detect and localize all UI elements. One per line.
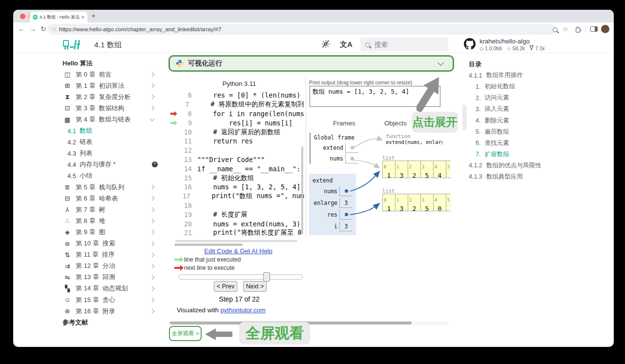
sidebar-chapter-第1章[interactable]: ⊞第 1 章初识算法 — [62, 80, 158, 91]
toc-item-1-[interactable]: 1.初始化数组 — [469, 81, 581, 92]
fullscreen-button[interactable]: 全屏观看 > — [169, 326, 202, 341]
content-scrollbar-thumb[interactable] — [462, 105, 467, 130]
pane-divider — [306, 75, 306, 237]
zoom-icon[interactable] — [553, 26, 558, 34]
sidebar-chapter-第12章[interactable]: ⇉第 12 章分治 — [62, 261, 158, 272]
toc-item-7-[interactable]: 7.扩容数组 — [469, 149, 581, 160]
profile-avatar[interactable] — [601, 25, 609, 33]
code-horizontal-scrollbar-thumb[interactable] — [174, 243, 243, 246]
prev-button[interactable]: < Prev — [214, 281, 237, 292]
code-line: 20 nums = extend(nums, 3) — [170, 219, 304, 228]
address-bar[interactable]: ∷ https://www.hello-algo.com/chapter_arr… — [47, 24, 555, 35]
toolbar-separator — [585, 25, 586, 33]
sidebar-item-4-5[interactable]: 4.5小结 — [62, 170, 158, 182]
sidebar-item-4-1[interactable]: 4.1数组 — [62, 125, 158, 137]
chevron-down-icon[interactable] — [438, 60, 444, 66]
pythontutor-link[interactable]: pythontutor.com — [220, 306, 266, 314]
cell-value: 3 — [396, 203, 408, 211]
language-icon[interactable]: 文A — [340, 40, 353, 49]
toc-item-3-[interactable]: 3.插入元素 — [469, 103, 581, 115]
sidebar-chapter-第5章[interactable]: ≣第 5 章栈与队列 — [62, 182, 158, 193]
sidebar-chapter-第2章[interactable]: ⧗第 2 章复杂度分析 — [62, 91, 158, 102]
toc-item-4-[interactable]: 4.删除元素 — [469, 115, 581, 126]
sidebar-item-4-4[interactable]: 4.4内存与缓存 ** — [62, 159, 158, 170]
window-close-button[interactable] — [20, 14, 25, 19]
edit-code-link[interactable]: Edit Code & Get AI Help — [204, 247, 272, 255]
toc-item-5-[interactable]: 5.遍历数组 — [469, 126, 581, 138]
sidebar-chapter-第10章[interactable]: ⊚第 10 章搜索 — [62, 238, 158, 249]
frame-var-enlarge: enlarge3 — [312, 197, 353, 209]
array-cell: 13 — [395, 194, 408, 211]
bookmark-star-icon[interactable]: ☆ — [562, 25, 568, 33]
site-info-icon[interactable]: ∷ — [52, 26, 55, 33]
array-cell: 22 — [408, 194, 421, 211]
step-slider-thumb[interactable] — [263, 272, 270, 282]
sidebar-chapter-第13章[interactable]: ⇋第 13 章回溯 — [62, 272, 158, 283]
code-vertical-scrollbar[interactable] — [301, 146, 303, 234]
next-button[interactable]: Next > — [243, 281, 267, 292]
toc-item-4-1-1[interactable]: 4.1.1数组常用操作 — [469, 70, 581, 81]
repo-name[interactable]: krahets/hello-algo — [479, 38, 530, 45]
code-line: 11 return res — [170, 137, 304, 146]
toc-item-6-[interactable]: 6.查找元素 — [469, 138, 581, 149]
cell-value: 1 — [383, 170, 395, 178]
browser-tab[interactable]: 4.1 数组 - Hello 算法 × — [30, 12, 87, 22]
tab-favicon — [33, 15, 38, 20]
global-frame: Global frame extendnums — [310, 133, 358, 164]
step-slider-track[interactable] — [178, 274, 303, 280]
global-frame-label: Global frame — [314, 133, 358, 142]
array-cell: 35 — [420, 161, 434, 178]
sidebar-chapter-第0章[interactable]: ◫第 0 章前言 — [62, 69, 158, 80]
sidebar-chapter-第14章[interactable]: ▚第 14 章动态规划 — [62, 283, 158, 294]
sidebar-item-4-3[interactable]: 4.3列表 — [62, 148, 158, 159]
browser-menu-icon[interactable]: ⋮ — [612, 25, 614, 33]
function-signature: extend(nums, enlarg — [386, 139, 442, 145]
list1-type-label: list — [382, 155, 395, 161]
repo-forks: 7.1k — [535, 45, 545, 51]
visual-run-panel-header[interactable]: 可视化运行 — [168, 55, 454, 72]
code-line: 6 res = [0] * (len(nums) — [170, 91, 304, 100]
list2-type-label: list — [382, 188, 395, 194]
side-panel-icon[interactable] — [590, 26, 598, 32]
code-text: # 初始化数组 — [197, 174, 254, 182]
sidebar-chapter-第3章[interactable]: ⊡第 3 章数据结构 — [62, 102, 158, 114]
sidebar-chapter-第6章[interactable]: ⊟第 6 章哈希表 — [62, 193, 158, 204]
cell-index: 3 — [421, 164, 424, 169]
reload-icon[interactable]: ↻ — [41, 25, 46, 33]
toc-item-4-1-2[interactable]: 4.1.2数组的优点与局限性 — [469, 160, 581, 171]
toc-item-2-[interactable]: 2.访问元素 — [469, 92, 581, 103]
back-icon[interactable]: ← — [18, 25, 25, 33]
sidebar-item-4-2[interactable]: 4.2链表 — [62, 137, 158, 148]
sidebar-references[interactable]: 参考文献 — [62, 317, 158, 328]
search-input[interactable]: 搜索 — [360, 38, 448, 52]
tab-close-icon[interactable]: × — [82, 14, 84, 20]
cell-index: 4 — [434, 197, 437, 202]
line-number: 19 — [180, 211, 192, 219]
array-cell: 22 — [408, 161, 421, 178]
extensions-icon[interactable] — [575, 26, 582, 33]
sidebar-chapter-第15章[interactable]: ☺第 15 章贪心 — [62, 294, 158, 305]
repo-version: 1.0.0b6 — [485, 45, 502, 51]
frame-var-nums: nums — [314, 153, 358, 164]
sidebar-chapter-第11章[interactable]: ⇅第 11 章排序 — [62, 249, 158, 261]
sidebar-chapter-第9章[interactable]: ◈第 9 章图 — [62, 226, 158, 238]
hash-table-icon: ⊟ — [62, 195, 72, 202]
new-tab-button[interactable]: + — [91, 11, 96, 20]
cell-value: 0 — [446, 170, 451, 178]
cell-index: 1 — [396, 197, 399, 202]
theme-toggle-icon[interactable] — [321, 40, 330, 48]
toc-item-4-1-3[interactable]: 4.1.3数组典型应用 — [469, 171, 581, 182]
sidebar-chapter-第4章[interactable]: ▦第 4 章数组与链表 — [62, 114, 158, 125]
cell-value: 2 — [408, 203, 420, 211]
code-horizontal-scrollbar-track[interactable] — [175, 240, 297, 242]
forward-icon[interactable]: → — [29, 25, 36, 33]
sidebar-chapter-第8章[interactable]: ∴第 8 章堆 — [62, 215, 158, 226]
url-text: https://www.hello-algo.com/chapter_array… — [59, 26, 221, 32]
sidebar-chapter-第7章[interactable]: ⅄第 7 章树 — [62, 204, 158, 215]
sidebar-chapter-第16章[interactable]: ⊛第 16 章附录 — [62, 305, 158, 317]
chevron-right-icon — [150, 207, 155, 212]
hello-algo-logo[interactable] — [62, 39, 84, 51]
github-logo-icon[interactable] — [464, 38, 476, 50]
line-number: 15 — [180, 174, 192, 182]
panel-title: 可视化运行 — [188, 59, 434, 68]
